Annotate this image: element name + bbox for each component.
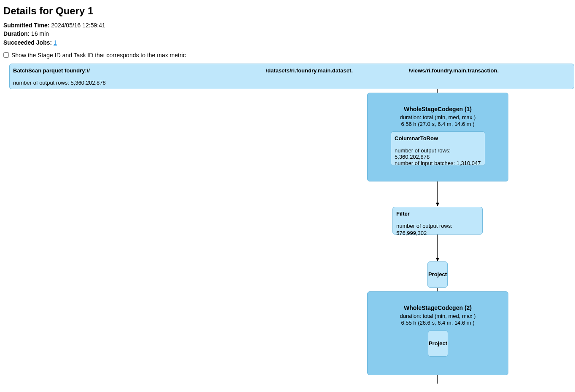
plan-stage-wsc1[interactable]: WholeStageCodegen (1) duration: total (m…	[367, 93, 508, 181]
filter-output-rows: number of output rows: 576,999,302	[396, 223, 479, 237]
wsc1-line2: 6.56 h (27.0 s, 6.4 m, 14.6 m )	[368, 121, 508, 128]
plan-node-batchscan[interactable]: BatchScan parquet foundry:// /datasets/r…	[9, 64, 574, 89]
colrow-title: ColumnarToRow	[395, 135, 481, 141]
plan-node-project[interactable]: Project	[427, 261, 448, 288]
wsc1-line1: duration: total (min, med, max )	[368, 114, 508, 121]
plan-node-columnar-to-row[interactable]: ColumnarToRow number of output rows: 5,3…	[391, 131, 485, 166]
batchscan-seg2: /datasets/ri.foundry.main.dataset.	[266, 67, 353, 74]
plan-node-filter[interactable]: Filter number of output rows: 576,999,30…	[392, 207, 483, 235]
wsc2-title: WholeStageCodegen (2)	[368, 304, 508, 311]
plan-stage-wsc2[interactable]: WholeStageCodegen (2) duration: total (m…	[367, 291, 508, 375]
colrow-input-batches: number of input batches: 1,310,047	[395, 160, 481, 166]
batchscan-seg1: BatchScan parquet foundry://	[13, 67, 90, 74]
wsc2-line1: duration: total (min, med, max )	[368, 313, 508, 320]
colrow-output-rows: number of output rows: 5,360,202,878	[395, 147, 481, 160]
duration-value: 16 min	[31, 30, 49, 37]
page-title: Details for Query 1	[3, 5, 572, 17]
project2-title: Project	[429, 340, 447, 347]
wsc1-title: WholeStageCodegen (1)	[368, 106, 508, 112]
project-title: Project	[428, 271, 447, 277]
show-stage-task-id-checkbox[interactable]	[3, 52, 9, 58]
batchscan-seg3: /views/ri.foundry.main.transaction.	[408, 67, 499, 74]
filter-title: Filter	[396, 211, 479, 217]
wsc2-line2: 6.55 h (26.6 s, 6.4 m, 14.6 m )	[368, 320, 508, 326]
submitted-time-label: Submitted Time:	[3, 22, 49, 29]
plan-node-project-inner[interactable]: Project	[428, 331, 448, 357]
duration-label: Duration:	[3, 30, 30, 37]
query-meta: Submitted Time: 2024/05/16 12:59:41 Dura…	[3, 21, 572, 47]
show-stage-task-id-label: Show the Stage ID and Task ID that corre…	[11, 52, 186, 59]
batchscan-output-rows: number of output rows: 5,360,202,878	[13, 80, 570, 87]
submitted-time-value: 2024/05/16 12:59:41	[51, 22, 105, 29]
succeeded-jobs-label: Succeeded Jobs:	[3, 39, 52, 46]
succeeded-jobs-link[interactable]: 1	[54, 39, 57, 46]
plan-diagram: BatchScan parquet foundry:// /datasets/r…	[9, 64, 575, 392]
